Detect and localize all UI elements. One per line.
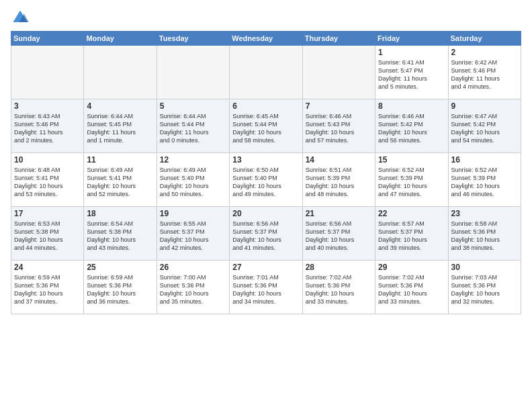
day-number: 23 [451,209,518,218]
calendar-cell: 28Sunrise: 7:02 AM Sunset: 5:36 PM Dayli… [302,261,375,314]
calendar-cell [11,46,84,99]
day-info: Sunrise: 6:52 AM Sunset: 5:39 PM Dayligh… [451,166,518,199]
day-number: 24 [14,263,81,272]
calendar-cell: 1Sunrise: 6:41 AM Sunset: 5:47 PM Daylig… [375,46,448,99]
calendar-cell: 11Sunrise: 6:49 AM Sunset: 5:41 PM Dayli… [84,153,157,207]
day-info: Sunrise: 6:44 AM Sunset: 5:45 PM Dayligh… [87,112,153,145]
calendar-cell: 22Sunrise: 6:57 AM Sunset: 5:37 PM Dayli… [375,207,448,261]
weekday-header-friday: Friday [375,32,448,46]
calendar-cell: 25Sunrise: 6:59 AM Sunset: 5:36 PM Dayli… [84,261,157,314]
day-info: Sunrise: 7:01 AM Sunset: 5:36 PM Dayligh… [232,273,299,306]
day-number: 7 [306,101,372,111]
day-info: Sunrise: 6:43 AM Sunset: 5:46 PM Dayligh… [14,112,81,145]
day-info: Sunrise: 6:54 AM Sunset: 5:38 PM Dayligh… [87,220,153,253]
weekday-header-row: SundayMondayTuesdayWednesdayThursdayFrid… [11,32,521,46]
calendar-cell: 15Sunrise: 6:52 AM Sunset: 5:39 PM Dayli… [375,153,448,207]
calendar-cell: 2Sunrise: 6:42 AM Sunset: 5:46 PM Daylig… [448,46,521,99]
calendar-cell: 29Sunrise: 7:02 AM Sunset: 5:36 PM Dayli… [375,261,448,314]
weekday-header-sunday: Sunday [11,32,84,46]
calendar-week-3: 17Sunrise: 6:53 AM Sunset: 5:38 PM Dayli… [11,207,521,261]
calendar-cell: 20Sunrise: 6:56 AM Sunset: 5:37 PM Dayli… [230,207,302,261]
weekday-header-saturday: Saturday [448,32,521,46]
calendar-header: SundayMondayTuesdayWednesdayThursdayFrid… [11,32,521,46]
day-number: 19 [160,209,226,218]
day-info: Sunrise: 6:41 AM Sunset: 5:47 PM Dayligh… [378,58,445,91]
day-info: Sunrise: 6:49 AM Sunset: 5:41 PM Dayligh… [87,166,153,199]
day-number: 14 [306,155,372,165]
day-info: Sunrise: 6:57 AM Sunset: 5:37 PM Dayligh… [378,220,445,253]
day-number: 4 [87,101,153,111]
day-info: Sunrise: 6:59 AM Sunset: 5:36 PM Dayligh… [14,273,81,306]
day-info: Sunrise: 6:42 AM Sunset: 5:46 PM Dayligh… [451,58,518,91]
day-info: Sunrise: 7:02 AM Sunset: 5:36 PM Dayligh… [378,273,445,306]
calendar-table: SundayMondayTuesdayWednesdayThursdayFrid… [11,31,521,314]
logo-icon [11,8,30,27]
day-info: Sunrise: 6:44 AM Sunset: 5:44 PM Dayligh… [160,112,226,145]
day-info: Sunrise: 6:51 AM Sunset: 5:39 PM Dayligh… [306,166,372,199]
day-info: Sunrise: 6:56 AM Sunset: 5:37 PM Dayligh… [232,220,299,253]
day-info: Sunrise: 6:47 AM Sunset: 5:42 PM Dayligh… [451,112,518,145]
weekday-header-thursday: Thursday [302,32,375,46]
day-info: Sunrise: 6:53 AM Sunset: 5:38 PM Dayligh… [14,220,81,253]
day-number: 15 [378,155,445,165]
calendar-week-1: 3Sunrise: 6:43 AM Sunset: 5:46 PM Daylig… [11,99,521,153]
day-number: 21 [306,209,372,218]
calendar-cell: 7Sunrise: 6:46 AM Sunset: 5:43 PM Daylig… [302,99,375,153]
calendar-week-2: 10Sunrise: 6:48 AM Sunset: 5:41 PM Dayli… [11,153,521,207]
day-number: 17 [14,209,81,218]
day-info: Sunrise: 6:48 AM Sunset: 5:41 PM Dayligh… [14,166,81,199]
day-number: 8 [378,101,445,111]
weekday-header-tuesday: Tuesday [157,32,229,46]
day-number: 27 [232,263,299,272]
day-info: Sunrise: 6:58 AM Sunset: 5:36 PM Dayligh… [451,220,518,253]
calendar-cell: 27Sunrise: 7:01 AM Sunset: 5:36 PM Dayli… [230,261,302,314]
day-number: 12 [160,155,226,165]
calendar-cell: 3Sunrise: 6:43 AM Sunset: 5:46 PM Daylig… [11,99,84,153]
day-info: Sunrise: 6:52 AM Sunset: 5:39 PM Dayligh… [378,166,445,199]
day-info: Sunrise: 6:59 AM Sunset: 5:36 PM Dayligh… [87,273,153,306]
calendar-cell: 5Sunrise: 6:44 AM Sunset: 5:44 PM Daylig… [157,99,229,153]
calendar-cell: 19Sunrise: 6:55 AM Sunset: 5:37 PM Dayli… [157,207,229,261]
day-info: Sunrise: 6:55 AM Sunset: 5:37 PM Dayligh… [160,220,226,253]
calendar-cell: 30Sunrise: 7:03 AM Sunset: 5:36 PM Dayli… [448,261,521,314]
calendar-cell: 14Sunrise: 6:51 AM Sunset: 5:39 PM Dayli… [302,153,375,207]
day-info: Sunrise: 7:02 AM Sunset: 5:36 PM Dayligh… [306,273,372,306]
calendar-cell [157,46,229,99]
day-info: Sunrise: 6:45 AM Sunset: 5:44 PM Dayligh… [232,112,299,145]
day-number: 28 [306,263,372,272]
calendar-cell: 17Sunrise: 6:53 AM Sunset: 5:38 PM Dayli… [11,207,84,261]
calendar-cell [302,46,375,99]
page-container: SundayMondayTuesdayWednesdayThursdayFrid… [0,0,532,320]
day-number: 16 [451,155,518,165]
calendar-cell: 18Sunrise: 6:54 AM Sunset: 5:38 PM Dayli… [84,207,157,261]
day-info: Sunrise: 6:46 AM Sunset: 5:43 PM Dayligh… [306,112,372,145]
day-info: Sunrise: 6:56 AM Sunset: 5:37 PM Dayligh… [306,220,372,253]
weekday-header-wednesday: Wednesday [230,32,302,46]
day-number: 3 [14,101,81,111]
calendar-cell: 10Sunrise: 6:48 AM Sunset: 5:41 PM Dayli… [11,153,84,207]
calendar-cell [230,46,302,99]
day-info: Sunrise: 6:50 AM Sunset: 5:40 PM Dayligh… [232,166,299,199]
day-number: 30 [451,263,518,272]
day-number: 1 [378,48,445,57]
calendar-cell [84,46,157,99]
day-number: 2 [451,48,518,57]
day-number: 22 [378,209,445,218]
logo [11,8,32,27]
weekday-header-monday: Monday [84,32,157,46]
calendar-week-4: 24Sunrise: 6:59 AM Sunset: 5:36 PM Dayli… [11,261,521,314]
calendar-cell: 23Sunrise: 6:58 AM Sunset: 5:36 PM Dayli… [448,207,521,261]
calendar-cell: 9Sunrise: 6:47 AM Sunset: 5:42 PM Daylig… [448,99,521,153]
day-number: 26 [160,263,226,272]
calendar-cell: 13Sunrise: 6:50 AM Sunset: 5:40 PM Dayli… [230,153,302,207]
day-number: 11 [87,155,153,165]
day-info: Sunrise: 7:00 AM Sunset: 5:36 PM Dayligh… [160,273,226,306]
day-number: 6 [232,101,299,111]
calendar-cell: 8Sunrise: 6:46 AM Sunset: 5:42 PM Daylig… [375,99,448,153]
day-number: 18 [87,209,153,218]
calendar-week-0: 1Sunrise: 6:41 AM Sunset: 5:47 PM Daylig… [11,46,521,99]
calendar-body: 1Sunrise: 6:41 AM Sunset: 5:47 PM Daylig… [11,46,521,314]
day-number: 10 [14,155,81,165]
day-number: 20 [232,209,299,218]
calendar-cell: 12Sunrise: 6:49 AM Sunset: 5:40 PM Dayli… [157,153,229,207]
